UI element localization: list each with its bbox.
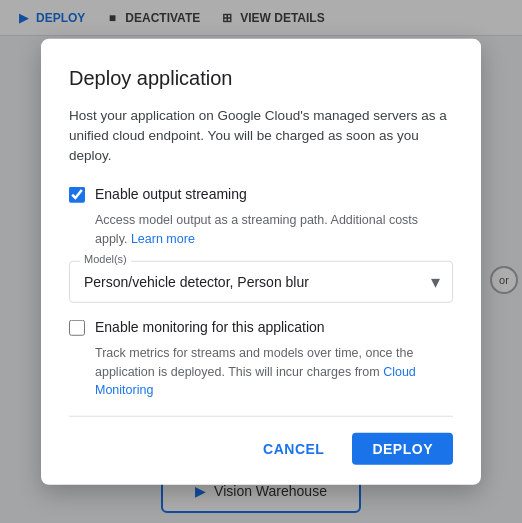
streaming-learn-more-link[interactable]: Learn more: [131, 232, 195, 246]
modal-divider: [69, 416, 453, 417]
modal-description: Host your application on Google Cloud's …: [69, 105, 453, 166]
modal-footer: CANCEL DEPLOY: [69, 433, 453, 465]
monitoring-section: Enable monitoring for this application T…: [69, 319, 453, 400]
monitoring-checkbox[interactable]: [69, 320, 85, 336]
streaming-checkbox-desc: Access model output as a streaming path.…: [95, 211, 453, 249]
streaming-checkbox-label[interactable]: Enable output streaming: [95, 186, 247, 202]
cancel-button[interactable]: CANCEL: [243, 433, 344, 465]
monitoring-checkbox-label[interactable]: Enable monitoring for this application: [95, 319, 325, 335]
monitoring-desc: Track metrics for streams and models ove…: [95, 344, 453, 400]
modal-title: Deploy application: [69, 66, 453, 89]
model-legend: Model(s): [80, 253, 131, 265]
streaming-checkbox[interactable]: [69, 187, 85, 203]
deploy-modal: Deploy application Host your application…: [41, 38, 481, 485]
model-select[interactable]: Person/vehicle detector, Person blur: [70, 262, 452, 302]
monitoring-checkbox-row: Enable monitoring for this application: [69, 319, 453, 336]
streaming-checkbox-row: Enable output streaming: [69, 186, 453, 203]
model-select-wrapper: Model(s) Person/vehicle detector, Person…: [69, 261, 453, 303]
deploy-button[interactable]: DEPLOY: [352, 433, 453, 465]
